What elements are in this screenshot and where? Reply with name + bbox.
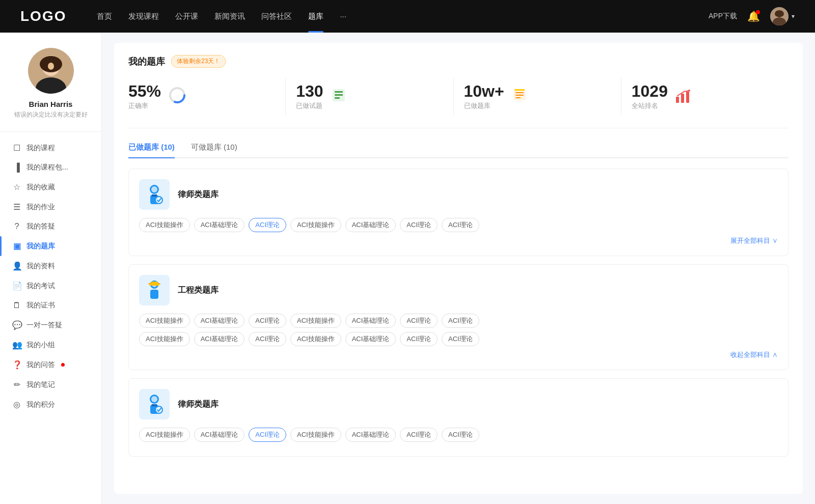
sidebar-item-points[interactable]: ◎ 我的积分 [0,395,101,414]
collapse-link-2[interactable]: 收起全部科目 ∧ [139,350,778,359]
menu-label: 我的课程 [26,144,55,153]
sidebar: Brian Harris 错误的决定比没有决定要好 ☐ 我的课程 ▐ 我的课程包… [0,33,102,504]
engineer-icon [139,275,170,305]
app-download-button[interactable]: APP下载 [709,12,737,21]
tag-item[interactable]: ACI理论 [400,332,438,346]
svg-point-26 [151,186,157,192]
nav-open-course[interactable]: 公开课 [175,12,198,21]
sidebar-item-quiz-bank[interactable]: ▣ 我的题库 [0,236,101,256]
lawyer-icon-1 [139,179,170,210]
tab-done-banks[interactable]: 已做题库 (10) [128,143,175,157]
sidebar-item-qa[interactable]: ? 我的答疑 [0,217,101,236]
tag-item[interactable]: ACI技能操作 [139,332,190,346]
tag-item[interactable]: ACI技能操作 [290,314,341,328]
nav-home[interactable]: 首页 [97,12,112,21]
quiz-section-lawyer-3: 律师类题库 ACI技能操作 ACI基础理论 ACI理论 ACI技能操作 ACI基… [128,378,789,457]
stat-label-accuracy: 正确率 [128,101,161,110]
done-questions-icon [331,87,347,106]
stats-row: 55% 正确率 130 已做试题 [128,78,789,128]
sidebar-item-my-questions[interactable]: ❓ 我的问答 [0,355,101,375]
quiz-name-1: 律师类题库 [178,189,219,200]
tag-item[interactable]: ACI基础理论 [345,218,396,232]
tag-item[interactable]: ACI理论 [400,314,438,328]
tag-item[interactable]: ACI基础理论 [345,314,396,328]
sidebar-item-exams[interactable]: 📄 我的考试 [0,276,101,296]
points-icon: ◎ [12,400,21,409]
chevron-down-icon: ▾ [792,13,795,20]
stat-label-done: 已做试题 [296,101,323,110]
tag-item[interactable]: ACI理论 [400,218,438,232]
nav-qa[interactable]: 问答社区 [261,12,292,21]
tag-item[interactable]: ACI技能操作 [290,428,341,442]
tag-item[interactable]: ACI基础理论 [194,218,245,232]
sidebar-item-favorites[interactable]: ☆ 我的收藏 [0,177,101,197]
sidebar-item-homework[interactable]: ☰ 我的作业 [0,197,101,217]
tag-item[interactable]: ACI理论 [249,314,286,328]
tags-row-2a: ACI技能操作 ACI基础理论 ACI理论 ACI技能操作 ACI基础理论 AC… [139,314,778,328]
svg-rect-32 [151,282,157,284]
main-nav: 首页 发现课程 公开课 新闻资讯 问答社区 题库 ··· [97,12,709,21]
svg-rect-30 [150,290,158,299]
menu-label: 一对一答疑 [26,321,62,330]
notification-bell[interactable]: 🔔 [747,10,760,22]
sidebar-item-my-courses[interactable]: ☐ 我的课程 [0,138,101,158]
tag-item[interactable]: ACI技能操作 [139,314,190,328]
avatar [770,7,789,25]
tab-available-banks[interactable]: 可做题库 (10) [191,143,237,157]
tag-item[interactable]: ACI基础理论 [345,332,396,346]
header-right: APP下载 🔔 ▾ [709,7,795,25]
tag-item[interactable]: ACI理论 [400,428,438,442]
nav-more[interactable]: ··· [340,12,346,21]
trial-badge: 体验剩余23天！ [171,55,226,68]
svg-rect-16 [515,92,524,93]
user-menu[interactable]: ▾ [770,7,795,25]
sidebar-item-my-group[interactable]: 👥 我的小组 [0,335,101,355]
nav-discover[interactable]: 发现课程 [128,12,159,21]
svg-rect-13 [335,94,343,96]
sidebar-item-profile-data[interactable]: 👤 我的资料 [0,256,101,276]
page-title-row: 我的题库 体验剩余23天！ [128,55,789,68]
sidebar-item-course-packages[interactable]: ▐ 我的课程包... [0,158,101,177]
quiz-icon: ▣ [12,241,21,251]
tag-item[interactable]: ACI技能操作 [139,218,190,232]
tag-item[interactable]: ACI基础理论 [194,314,245,328]
menu-label: 我的课程包... [26,163,68,172]
tag-item[interactable]: ACI理论 [442,314,479,328]
rank-icon [675,88,691,106]
sidebar-item-notes[interactable]: ✏ 我的笔记 [0,375,101,395]
menu-label: 我的小组 [26,341,55,350]
tag-item[interactable]: ACI理论 [442,332,479,346]
tag-item-active[interactable]: ACI理论 [249,218,286,232]
svg-point-23 [688,90,690,92]
svg-rect-18 [515,97,521,98]
tag-item[interactable]: ACI技能操作 [290,332,341,346]
profile-motto: 错误的决定比没有决定要好 [14,110,88,119]
tag-item[interactable]: ACI理论 [249,332,286,346]
sidebar-item-one-on-one[interactable]: 💬 一对一答疑 [0,315,101,335]
quiz-header-1: 律师类题库 [139,179,778,210]
tag-item[interactable]: ACI基础理论 [194,428,245,442]
tags-row-2b: ACI技能操作 ACI基础理论 ACI理论 ACI技能操作 ACI基础理论 AC… [139,332,778,346]
unread-dot [61,363,65,367]
stat-value-done: 130 [296,83,323,99]
tag-item[interactable]: ACI基础理论 [194,332,245,346]
menu-label: 我的证书 [26,301,55,310]
question-icon: ? [12,222,21,231]
logo[interactable]: LOGO [20,8,66,24]
tag-item[interactable]: ACI基础理论 [345,428,396,442]
menu-label: 我的题库 [26,242,55,251]
sidebar-item-certificates[interactable]: 🗒 我的证书 [0,296,101,315]
nav-quiz[interactable]: 题库 [308,12,323,21]
group-icon: 👥 [12,340,21,350]
tag-item[interactable]: ACI技能操作 [139,428,190,442]
expand-link-1[interactable]: 展开全部科目 ∨ [139,236,778,245]
svg-rect-20 [676,97,679,103]
content-card: 我的题库 体验剩余23天！ 55% 正确率 [114,43,803,494]
tag-item[interactable]: ACI理论 [442,218,479,232]
tag-item[interactable]: ACI理论 [442,428,479,442]
tag-item-active[interactable]: ACI理论 [249,428,286,442]
svg-point-38 [155,406,162,413]
tag-item[interactable]: ACI技能操作 [290,218,341,232]
exam-icon: 📄 [12,281,21,291]
nav-news[interactable]: 新闻资讯 [214,12,245,21]
